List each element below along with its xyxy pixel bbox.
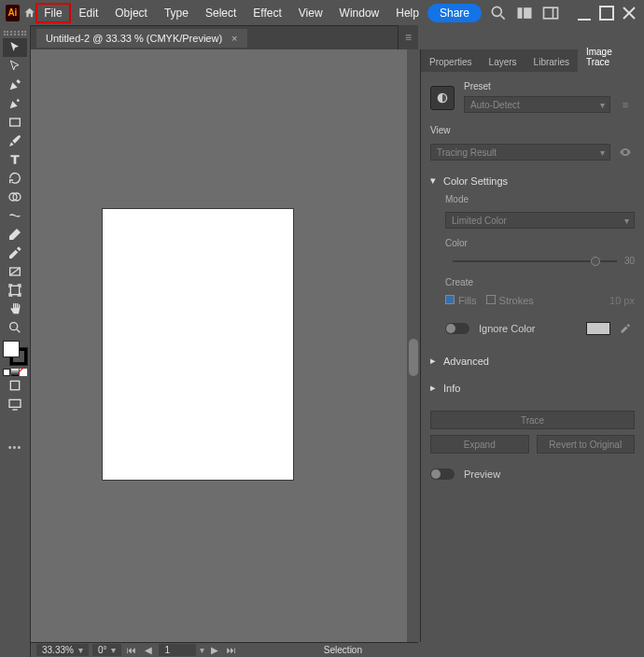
menubar: Ai File Edit Object Type Select Effect V… — [0, 0, 644, 25]
image-trace-icon — [430, 86, 455, 110]
tab-libraries[interactable]: Libraries — [525, 52, 578, 72]
menu-select[interactable]: Select — [197, 3, 245, 23]
collapse-strip-icon[interactable]: ≡ — [398, 25, 418, 49]
zoom-select[interactable]: 33.33%▾ — [36, 644, 89, 656]
color-settings-header[interactable]: ▾Color Settings — [430, 175, 635, 187]
svg-rect-10 — [10, 286, 19, 294]
expand-button[interactable]: Expand — [430, 435, 529, 454]
document-tabbar: Untitled-2 @ 33.33 % (CMYK/Preview) × — [31, 25, 418, 49]
prev-artboard-icon[interactable]: ◀ — [142, 645, 155, 655]
canvas[interactable] — [31, 49, 420, 642]
direct-selection-tool[interactable] — [3, 57, 27, 76]
selection-tool[interactable] — [3, 38, 27, 57]
ignore-color-label: Ignore Color — [479, 323, 536, 334]
search-icon[interactable] — [489, 4, 508, 22]
fill-stroke-control[interactable] — [3, 341, 27, 365]
create-label: Create — [445, 277, 635, 287]
color-label: Color — [445, 238, 635, 248]
minimize-icon[interactable] — [573, 4, 595, 22]
artboard-number[interactable]: 1 — [159, 644, 196, 656]
strokes-checkbox[interactable]: Strokes — [486, 295, 534, 306]
arrange-panel-icon[interactable] — [515, 4, 534, 22]
close-tab-icon[interactable]: × — [231, 33, 237, 44]
view-eye-icon[interactable] — [616, 143, 635, 161]
menu-help[interactable]: Help — [387, 3, 427, 23]
svg-point-11 — [10, 323, 18, 330]
svg-rect-12 — [10, 381, 19, 389]
fills-checkbox[interactable]: Fills — [445, 295, 477, 306]
preset-menu-icon[interactable]: ≡ — [616, 95, 635, 114]
screen-mode-icon[interactable] — [3, 395, 27, 413]
type-tool[interactable] — [3, 150, 27, 169]
preset-label: Preset — [464, 81, 635, 91]
shape-builder-tool[interactable] — [3, 188, 27, 206]
workspace-icon[interactable] — [541, 4, 560, 22]
menu-window[interactable]: Window — [331, 3, 388, 23]
preview-label: Preview — [464, 468, 500, 480]
preset-select[interactable]: Auto-Detect▾ — [464, 96, 610, 113]
rotation-select[interactable]: 0°▾ — [92, 644, 122, 656]
eyedropper-tool[interactable] — [3, 244, 27, 262]
curvature-tool[interactable] — [3, 94, 27, 113]
close-window-icon[interactable] — [618, 4, 640, 22]
menu-file[interactable]: File — [35, 3, 70, 23]
strokes-value: 10 px — [609, 295, 635, 306]
svg-rect-1 — [518, 7, 523, 19]
tool-status: Selection — [324, 645, 362, 655]
advanced-header[interactable]: ▸Advanced — [430, 355, 635, 367]
artboard[interactable] — [102, 208, 294, 481]
tab-layers[interactable]: Layers — [481, 52, 525, 72]
maximize-icon[interactable] — [595, 4, 618, 22]
rectangle-tool[interactable] — [3, 113, 27, 132]
hand-tool[interactable] — [3, 300, 27, 318]
svg-point-5 — [17, 99, 20, 102]
color-value: 30 — [624, 256, 635, 266]
document-tab[interactable]: Untitled-2 @ 33.33 % (CMYK/Preview) × — [36, 29, 247, 48]
fill-swatch[interactable] — [3, 341, 20, 357]
mode-select[interactable]: Limited Color▾ — [445, 212, 635, 229]
edit-toolbar-icon[interactable]: ••• — [8, 441, 22, 453]
document-tab-title: Untitled-2 @ 33.33 % (CMYK/Preview) — [46, 33, 222, 44]
pen-tool[interactable] — [3, 76, 27, 94]
width-tool[interactable] — [3, 206, 27, 225]
menu-object[interactable]: Object — [106, 3, 156, 23]
tools-panel: ••• — [0, 25, 31, 657]
menu-effect[interactable]: Effect — [245, 3, 289, 23]
svg-point-0 — [492, 7, 501, 16]
revert-button[interactable]: Revert to Original — [537, 435, 636, 454]
share-button[interactable]: Share — [427, 4, 482, 22]
last-artboard-icon[interactable]: ⏭ — [225, 645, 238, 655]
eraser-tool[interactable] — [3, 225, 27, 244]
menu-view[interactable]: View — [290, 3, 331, 23]
draw-mode-icon[interactable] — [3, 376, 27, 395]
view-select[interactable]: Tracing Result▾ — [430, 144, 610, 161]
ignore-color-toggle[interactable] — [445, 323, 469, 334]
info-header[interactable]: ▸Info — [430, 382, 635, 394]
vertical-scrollbar[interactable] — [407, 49, 420, 642]
first-artboard-icon[interactable]: ⏮ — [125, 645, 138, 655]
panel-tabs: Properties Layers Libraries Image Trace — [421, 49, 644, 72]
paintbrush-tool[interactable] — [3, 132, 27, 150]
menu-edit[interactable]: Edit — [71, 3, 107, 23]
svg-rect-2 — [524, 7, 531, 19]
menu-items: File Edit Object Type Select Effect View… — [35, 3, 427, 23]
tab-properties[interactable]: Properties — [421, 52, 481, 72]
next-artboard-icon[interactable]: ▶ — [208, 645, 221, 655]
preview-toggle[interactable] — [430, 468, 455, 480]
status-bar: 33.33%▾ 0°▾ ⏮ ◀ 1 ▾ ▶ ⏭ Selection — [31, 642, 418, 657]
tab-image-trace[interactable]: Image Trace — [578, 42, 644, 72]
color-slider[interactable]: 30 — [445, 256, 635, 266]
rotate-tool[interactable] — [3, 169, 27, 188]
color-mode-row[interactable] — [3, 369, 27, 376]
menu-type[interactable]: Type — [156, 3, 197, 23]
svg-rect-6 — [10, 119, 21, 126]
home-icon[interactable] — [23, 4, 35, 22]
trace-button[interactable]: Trace — [430, 411, 635, 429]
ignore-color-swatch[interactable] — [586, 322, 610, 335]
artboard-dropdown-icon[interactable]: ▾ — [200, 645, 204, 655]
gradient-tool[interactable] — [3, 262, 27, 281]
panel-grip-icon[interactable] — [4, 31, 26, 35]
artboard-tool[interactable] — [3, 281, 27, 300]
eyedropper-icon[interactable] — [616, 319, 635, 338]
zoom-tool[interactable] — [3, 318, 27, 337]
